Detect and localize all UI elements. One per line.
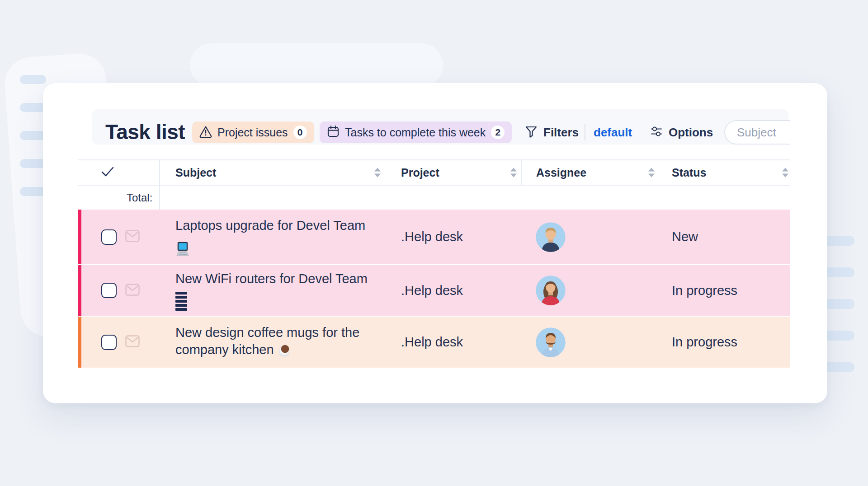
row-accent-bar <box>78 210 81 264</box>
task-status: In progress <box>672 283 737 298</box>
envelope-icon[interactable] <box>125 335 140 349</box>
table-row[interactable]: New design coffee mugs for the company k… <box>78 316 790 368</box>
page-title-text: Task list <box>105 120 185 144</box>
assignee-avatar <box>536 222 566 252</box>
sort-arrows-icon[interactable] <box>648 168 655 178</box>
row-accent-bar <box>78 265 81 316</box>
decor-pill <box>20 103 46 112</box>
task-subject[interactable]: New WiFi routers for Devel Team <box>175 270 383 311</box>
page-title: Task list (9) <box>105 120 207 144</box>
signal-bars-emoji <box>175 291 383 311</box>
assignee-avatar <box>536 327 566 357</box>
task-table: Subject Project Assignee Status Total: <box>78 159 790 368</box>
total-label: Total: <box>127 192 152 204</box>
select-all-header[interactable] <box>78 160 159 185</box>
calendar-icon <box>327 125 340 140</box>
decor-pill <box>20 75 46 84</box>
sort-arrows-icon[interactable] <box>782 168 788 178</box>
decor-pill <box>20 187 46 196</box>
page-background: Task list (9) Project issues 0 <box>0 0 868 486</box>
filter-badge-project-issues[interactable]: Project issues 0 <box>192 122 314 143</box>
row-checkbox[interactable] <box>101 335 117 350</box>
badge-label: Project issues <box>217 126 288 139</box>
header-project[interactable]: Project <box>390 160 521 185</box>
sliders-icon <box>650 125 663 140</box>
search-input-wrapper <box>724 120 790 145</box>
sort-arrows-icon[interactable] <box>374 168 381 178</box>
filter-badge-tasks-this-week[interactable]: Tasks to complete this week 2 <box>320 122 512 143</box>
envelope-icon[interactable] <box>125 284 140 298</box>
filters-label: Filters <box>543 126 579 140</box>
row-accent-bar <box>78 317 81 368</box>
filters-button[interactable]: Filters <box>524 122 579 143</box>
badge-count-pill: 0 <box>293 126 307 139</box>
decor-pill <box>20 159 46 168</box>
badge-count-pill: 2 <box>491 126 505 139</box>
header-assignee[interactable]: Assignee <box>521 160 661 185</box>
task-list-card: Task list (9) Project issues 0 <box>43 83 827 403</box>
total-row: Total: <box>78 186 790 210</box>
header-subject[interactable]: Subject <box>159 160 390 185</box>
table-row[interactable]: New WiFi routers for Devel Team <box>78 264 790 316</box>
laptop-emoji <box>175 238 383 257</box>
checkmark-icon <box>101 166 114 179</box>
table-header-row: Subject Project Assignee Status <box>78 159 790 186</box>
task-project: .Help desk <box>401 283 463 298</box>
sort-arrows-icon[interactable] <box>510 168 517 178</box>
column-divider <box>521 159 522 186</box>
column-divider <box>159 159 160 210</box>
options-label: Options <box>669 126 713 140</box>
funnel-icon <box>524 125 538 140</box>
badge-label: Tasks to complete this week <box>345 126 486 139</box>
row-checkbox[interactable] <box>101 283 117 298</box>
warning-triangle-icon <box>199 126 212 140</box>
table-row[interactable]: Laptops upgrade for Devel Team .Help des… <box>78 210 790 264</box>
task-project: .Help desk <box>401 229 463 244</box>
header-status[interactable]: Status <box>661 160 790 185</box>
background-blob <box>190 43 443 86</box>
task-status: New <box>672 229 698 244</box>
decor-pill <box>20 131 46 140</box>
envelope-icon[interactable] <box>125 230 140 244</box>
row-checkbox[interactable] <box>101 229 117 245</box>
task-subject[interactable]: New design coffee mugs for the company k… <box>175 324 383 361</box>
task-status: In progress <box>672 335 737 350</box>
filter-default-link[interactable]: default <box>594 122 632 143</box>
coffee-emoji <box>278 343 291 361</box>
task-subject[interactable]: Laptops upgrade for Devel Team <box>175 217 383 257</box>
task-project: .Help desk <box>401 335 463 350</box>
toolbar-separator <box>585 124 585 140</box>
assignee-avatar <box>536 276 566 305</box>
subject-search-input[interactable] <box>724 120 790 145</box>
options-button[interactable]: Options <box>650 122 713 143</box>
